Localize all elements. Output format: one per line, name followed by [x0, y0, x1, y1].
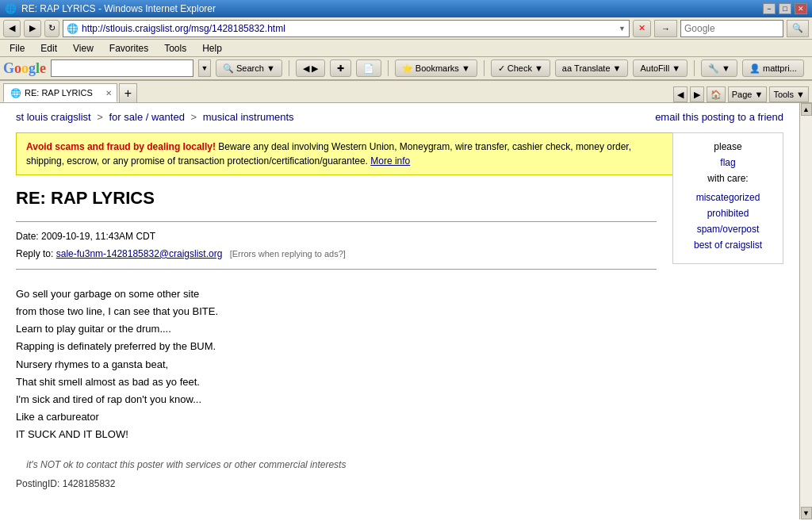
flag-title: please flag with care: — [685, 141, 771, 184]
tab-nav-right[interactable]: ▶ — [690, 86, 704, 102]
back-button[interactable]: ◀ — [3, 20, 21, 37]
footer-note: it's NOT ok to contact this poster with … — [16, 459, 783, 470]
breadcrumb-category[interactable]: for sale / wanted — [109, 111, 184, 123]
bookmarks-button[interactable]: ⭐ Bookmarks ▼ — [395, 59, 477, 77]
active-tab[interactable]: 🌐 RE: RAP LYRICS ✕ — [3, 83, 117, 102]
post-line-3: Learn to play guitar or the drum.... — [16, 320, 783, 338]
nav-button[interactable]: ◀ ▶ — [296, 59, 325, 77]
scroll-up-button[interactable]: ▲ — [801, 103, 812, 116]
address-dropdown[interactable]: ▼ — [619, 25, 626, 33]
check-button[interactable]: ✓ Check ▼ — [491, 59, 550, 77]
post-line-4: Rapping is definately preferred by the B… — [16, 338, 783, 355]
tab-nav-left[interactable]: ◀ — [673, 86, 688, 102]
translate-button[interactable]: aa Translate ▼ — [555, 59, 629, 77]
post-meta: Date: 2009-10-19, 11:43AM CDT Reply to: … — [16, 228, 783, 262]
google-search-dropdown[interactable]: ▼ — [198, 59, 211, 77]
email-posting-link[interactable]: email this posting to a friend — [655, 111, 783, 123]
scroll-down-button[interactable]: ▼ — [801, 507, 812, 519]
menu-edit[interactable]: Edit — [34, 42, 63, 55]
post-line-5: Nursery rhymes to a gansta beat, — [16, 356, 783, 374]
tools-menu-button[interactable]: Tools ▼ — [769, 86, 809, 102]
posting-id: PostingID: 1428185832 — [16, 478, 783, 489]
breadcrumb: st louis craigslist > for sale / wanted … — [16, 111, 783, 123]
menu-bar: File Edit View Favorites Tools Help — [0, 40, 812, 57]
maximize-button[interactable]: □ — [779, 3, 791, 14]
post-date: 2009-10-19, 11:43AM CDT — [41, 231, 155, 242]
post-title: RE: RAP LYRICS — [16, 188, 783, 209]
refresh-button[interactable]: ↻ — [44, 20, 59, 37]
stop-button[interactable]: ✕ — [633, 20, 651, 37]
google-toolbar: Google ▼ 🔍 Search ▼ ◀ ▶ ✚ 📄 ⭐ Bookmarks … — [0, 57, 812, 81]
scrollbar[interactable]: ▲ ▼ — [799, 103, 812, 519]
flag-miscategorized[interactable]: miscategorized — [685, 192, 771, 203]
new-tab-button[interactable]: + — [119, 83, 137, 102]
google-search-input[interactable] — [51, 59, 193, 77]
title-divider — [16, 221, 657, 222]
post-body: Go sell your garbage on some other site … — [16, 285, 783, 443]
main-content: st louis craigslist > for sale / wanted … — [0, 103, 812, 519]
tab-nav-home[interactable]: 🏠 — [707, 86, 726, 102]
breadcrumb-sep2: > — [191, 111, 200, 123]
title-icon: 🌐 — [5, 3, 17, 14]
breadcrumb-home[interactable]: st louis craigslist — [16, 111, 91, 123]
menu-favorites[interactable]: Favorites — [103, 42, 155, 55]
flag-prohibited[interactable]: prohibited — [685, 208, 771, 219]
search-button[interactable]: 🔍 — [787, 20, 809, 37]
title-bar: 🌐 RE: RAP LYRICS - Windows Internet Expl… — [0, 0, 812, 17]
page-body: st louis craigslist > for sale / wanted … — [0, 103, 799, 519]
flag-bestof[interactable]: best of craigslist — [685, 239, 771, 251]
forward-button[interactable]: ▶ — [24, 20, 41, 37]
address-field: 🌐 http://stlouis.craigslist.org/msg/1428… — [63, 20, 630, 37]
tabs-bar: 🌐 RE: RAP LYRICS ✕ + ◀ ▶ 🏠 Page ▼ Tools … — [0, 81, 812, 103]
warning-more-link[interactable]: More info — [370, 155, 410, 167]
post-line-8: Like a carbureator — [16, 408, 783, 426]
plus-button[interactable]: ✚ — [330, 59, 351, 77]
date-label: Date: — [16, 231, 39, 242]
tab-close-button[interactable]: ✕ — [105, 89, 112, 98]
flag-spam[interactable]: spam/overpost — [685, 224, 771, 235]
go-button[interactable]: → — [654, 20, 677, 37]
page-menu-button[interactable]: Page ▼ — [728, 86, 768, 102]
breadcrumb-sub[interactable]: musical instruments — [203, 111, 294, 123]
post-line-9: IT SUCK AND IT BLOW! — [16, 426, 783, 443]
user-button[interactable]: 👤 mattpri... — [742, 59, 804, 77]
search-icon: 🔍 — [223, 63, 234, 74]
tab-title: RE: RAP LYRICS — [25, 88, 93, 98]
autofill-button[interactable]: AutoFill ▼ — [633, 59, 688, 77]
menu-tools[interactable]: Tools — [158, 42, 193, 55]
post-line-2: from those two line, I can see that you … — [16, 303, 783, 320]
window-title: RE: RAP LYRICS - Windows Internet Explor… — [21, 3, 216, 14]
reply-email[interactable]: sale-fu3nm-1428185832@craigslist.org — [56, 248, 223, 259]
flag-box: please flag with care: miscategorized pr… — [672, 132, 783, 264]
reply-error-link: [Errors when replying to ads?] — [230, 249, 346, 259]
search-input[interactable] — [680, 20, 783, 37]
close-button[interactable]: ✕ — [795, 3, 807, 14]
post-line-1: Go sell your garbage on some other site — [16, 285, 783, 303]
url-text: http://stlouis.craigslist.org/msg/142818… — [82, 23, 619, 34]
warning-box: Avoid scams and fraud by dealing locally… — [16, 132, 783, 175]
flag-link[interactable]: flag — [685, 157, 771, 168]
address-bar: ◀ ▶ ↻ 🌐 http://stlouis.craigslist.org/ms… — [0, 17, 812, 40]
menu-file[interactable]: File — [3, 42, 31, 55]
lock-icon: 🌐 — [67, 23, 79, 34]
reply-label: Reply to: — [16, 248, 53, 259]
meta-divider — [16, 269, 657, 270]
breadcrumb-sep1: > — [97, 111, 105, 123]
google-logo: Google — [3, 60, 46, 77]
minimize-button[interactable]: − — [763, 3, 776, 14]
tab-icon: 🌐 — [10, 88, 21, 98]
menu-help[interactable]: Help — [196, 42, 228, 55]
toolbar-extra[interactable]: 📄 — [356, 59, 381, 77]
post-line-6: That shit smell almost as bad as yo feet… — [16, 374, 783, 391]
post-line-7: I'm sick and tired of rap don't you know… — [16, 391, 783, 408]
menu-view[interactable]: View — [67, 42, 100, 55]
google-search-button[interactable]: 🔍 Search ▼ — [216, 59, 282, 77]
wrench-button[interactable]: 🔧 ▼ — [701, 59, 737, 77]
warning-strong: Avoid scams and fraud by dealing locally… — [26, 141, 216, 152]
